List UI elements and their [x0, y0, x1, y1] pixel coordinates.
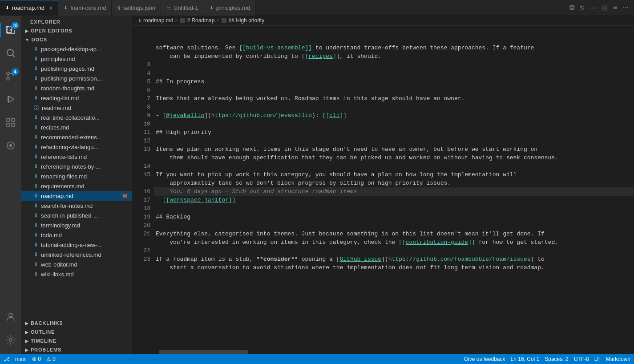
- file-name-tutorial: tutorial-adding-a-new-...: [41, 242, 129, 248]
- spaces[interactable]: Spaces: 2: [545, 356, 568, 362]
- tab-close-roadmap[interactable]: ×: [49, 4, 52, 12]
- eol[interactable]: LF: [594, 356, 601, 362]
- svg-point-4: [7, 72, 9, 75]
- tab-roadmap[interactable]: ⬇ roadmap.md ×: [0, 0, 58, 16]
- activity-icon-foam[interactable]: [0, 135, 21, 156]
- editor-line-8: Items that are already being worked on. …: [154, 94, 634, 103]
- file-item-roadmap[interactable]: ⬇ roadmap.md M: [21, 191, 132, 201]
- file-item-reference-lists[interactable]: ⬇ reference-lists.md: [21, 152, 132, 162]
- editor-content[interactable]: 34567891011121314151617181920212223 soft…: [133, 26, 634, 350]
- errors-count[interactable]: ⊗ 0: [32, 356, 41, 362]
- file-item-unlinked[interactable]: ⬇ unlinked-references.md: [21, 250, 132, 259]
- tab-untitled[interactable]: ☰ Untitled-1: [161, 0, 204, 16]
- file-item-search-in-published[interactable]: ⬇ search-in-published-...: [21, 210, 132, 220]
- backlinks-label: BACKLINKS: [31, 320, 63, 326]
- file-item-recipes[interactable]: ⬇ recipes.md: [21, 122, 132, 132]
- sidebar: Explorer ▶ Open Editors ▼ Docs ⬇ package…: [21, 16, 133, 354]
- layout-icon[interactable]: ⊟: [600, 2, 610, 14]
- file-item-packaged[interactable]: ⬇ packaged-desktop-ap...: [21, 44, 132, 54]
- file-icon-todo: ⬇: [34, 232, 38, 238]
- breadcrumb-file[interactable]: roadmap.md: [143, 17, 173, 24]
- activity-icon-explorer[interactable]: 18 18: [0, 19, 21, 40]
- line-number-3: [133, 52, 150, 61]
- editor-lines-content[interactable]: software solutions. See [[build-vs-assem…: [154, 26, 634, 350]
- file-item-recommended[interactable]: ⬇ recommended-extens...: [21, 132, 132, 142]
- h-scrollbar-thumb[interactable]: [159, 350, 248, 354]
- line-number-14: 13: [133, 145, 150, 154]
- file-icon-requirements: ⬇: [34, 183, 38, 189]
- feedback-label[interactable]: Give us feedback: [464, 356, 505, 362]
- language[interactable]: Markdown: [606, 356, 630, 362]
- file-item-requirements[interactable]: ⬇ requirements.md: [21, 181, 132, 191]
- line-number-11: 10: [133, 120, 150, 128]
- file-item-tutorial[interactable]: ⬇ tutorial-adding-a-new-...: [21, 240, 132, 250]
- outline-chevron: ▶: [25, 330, 29, 335]
- file-item-web-editor[interactable]: ⬇ web-editor.md: [21, 259, 132, 269]
- file-item-refactoring[interactable]: ⬇ refactoring-via-langu...: [21, 142, 132, 152]
- breadcrumb-high-priority[interactable]: ## High priority: [228, 17, 264, 24]
- timeline-chevron: ▶: [25, 339, 29, 344]
- file-item-publishing-pages[interactable]: ⬇ publishing-pages.md: [21, 64, 132, 73]
- tab-foam-core[interactable]: ⬇ foam-core.md: [58, 0, 112, 16]
- backlinks-section[interactable]: ▶ BACKLINKS: [21, 319, 132, 328]
- file-item-referencing[interactable]: ⬇ referencing-notes-by-...: [21, 162, 132, 171]
- file-name-recommended: recommended-extens...: [41, 134, 129, 141]
- file-badge-roadmap: M: [121, 193, 129, 199]
- outline-label: OUTLINE: [31, 329, 55, 335]
- source-control-icon[interactable]: ⎋: [578, 2, 586, 13]
- encoding[interactable]: UTF-8: [574, 356, 589, 362]
- outline-section[interactable]: ▶ OUTLINE: [21, 328, 132, 336]
- breadcrumb-roadmap[interactable]: # Roadmap: [187, 17, 214, 24]
- file-name-todo: todo.md: [41, 232, 129, 239]
- activity-icon-extensions[interactable]: [0, 112, 21, 133]
- editor-line-20: - [[workspace-janitor]]: [154, 196, 634, 204]
- more-icon[interactable]: ···: [621, 2, 630, 13]
- file-item-todo[interactable]: ⬇ todo.md: [21, 230, 132, 240]
- line-number-9: 8: [133, 103, 150, 111]
- line-number-28: [133, 263, 150, 272]
- editor-line-23: [154, 221, 634, 230]
- activity-icon-settings-gear[interactable]: [0, 329, 21, 351]
- tab-settings[interactable]: {} settings.json: [112, 0, 161, 16]
- branch-name[interactable]: main: [15, 356, 27, 362]
- file-item-reading-list[interactable]: ⬇ reading-list.md: [21, 93, 132, 103]
- activity-icon-accounts[interactable]: [0, 306, 21, 328]
- ln-col[interactable]: Ln 16, Col 1: [511, 356, 540, 362]
- activity-icon-source-control[interactable]: 4: [0, 65, 21, 87]
- file-item-random-thoughts[interactable]: ⬇ random-thoughts.md: [21, 83, 132, 93]
- file-icon-referencing: ⬇: [34, 163, 38, 170]
- line-number-21: 18: [133, 204, 150, 213]
- warnings-count[interactable]: ⚠ 0: [46, 356, 56, 362]
- file-name-search-for-notes: search-for-notes.md: [41, 202, 129, 209]
- activity-icon-search[interactable]: [0, 42, 21, 64]
- file-item-publishing-permission[interactable]: ⬇ publishing-permission...: [21, 73, 132, 83]
- split-editor-icon[interactable]: ⧉: [568, 2, 576, 13]
- tab-principles[interactable]: ⬇ principles.md: [204, 0, 256, 16]
- file-item-readme[interactable]: ⓘ readme.md: [21, 103, 132, 113]
- file-icon-terminology: ⬇: [34, 222, 38, 228]
- svg-point-16: [9, 313, 12, 317]
- problems-label: PROBLEMS: [31, 347, 61, 352]
- minimap-icon[interactable]: ≡: [611, 2, 619, 13]
- file-item-search-for-notes[interactable]: ⬇ search-for-notes.md: [21, 201, 132, 210]
- file-item-renaming[interactable]: ⬇ renaming-files.md: [21, 171, 132, 181]
- docs-chevron: ▼: [25, 37, 30, 42]
- file-item-terminology[interactable]: ⬇ terminology.md: [21, 220, 132, 230]
- editor-area: ⬇ roadmap.md > ⬛ # Roadmap > ⬛ ## High p…: [133, 16, 634, 354]
- line-number-10: 9: [133, 111, 150, 120]
- more-actions-icon[interactable]: ⋯: [588, 2, 598, 14]
- activity-icon-run[interactable]: [0, 89, 21, 110]
- problems-section[interactable]: ▶ PROBLEMS: [21, 345, 132, 354]
- file-item-wiki-links[interactable]: ⬇ wiki-links.md: [21, 269, 132, 279]
- timeline-section[interactable]: ▶ TIMELINE: [21, 336, 132, 345]
- open-editors-header[interactable]: ▶ Open Editors: [21, 26, 132, 35]
- file-item-real-time[interactable]: ⬇ real-time-collaboratio...: [21, 113, 132, 122]
- file-name-refactoring: refactoring-via-langu...: [41, 144, 129, 150]
- file-icon-packaged: ⬇: [34, 46, 38, 52]
- file-name-readme: readme.md: [42, 105, 129, 111]
- file-item-principles[interactable]: ⬇ principles.md: [21, 54, 132, 64]
- docs-header[interactable]: ▼ Docs: [21, 35, 132, 44]
- h-scrollbar[interactable]: [133, 350, 634, 354]
- line-number-25: [133, 238, 150, 247]
- line-number-17: 15: [133, 170, 150, 179]
